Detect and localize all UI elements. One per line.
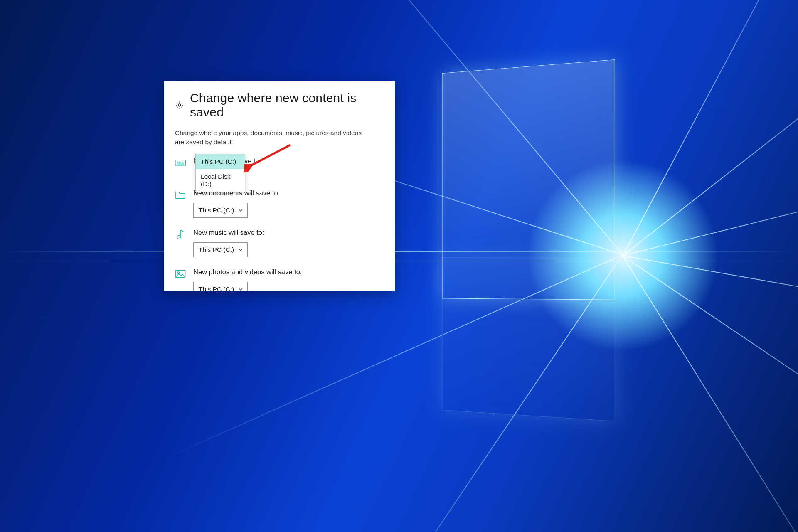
dropdown-value: This PC (C:) [199,207,234,214]
setting-photos: New photos and videos will save to: This… [175,268,384,291]
svg-rect-2 [177,162,178,163]
chevron-down-icon [238,247,243,252]
dropdown-value: This PC (C:) [199,286,234,291]
dropdown-option-this-pc-c[interactable]: This PC (C:) [196,154,245,169]
setting-photos-label: New photos and videos will save to: [193,268,384,276]
page-title: Change where new content is saved [190,91,384,119]
svg-rect-5 [177,164,184,165]
setting-music-label: New music will save to: [193,229,384,236]
svg-rect-1 [175,160,185,166]
dropdown-value: This PC (C:) [199,246,234,254]
page-description: Change where your apps, documents, music… [175,128,370,147]
apps-save-location-dropdown-list[interactable]: This PC (C:) Local Disk (D:) [195,154,245,192]
svg-point-0 [178,104,181,106]
apps-icon [175,158,186,168]
dropdown-option-local-disk-d[interactable]: Local Disk (D:) [196,169,245,192]
chevron-down-icon [238,287,243,291]
music-save-location-dropdown[interactable]: This PC (C:) [193,242,248,257]
svg-rect-3 [179,162,181,163]
music-icon [175,229,186,240]
svg-point-6 [177,236,180,239]
photos-save-location-dropdown[interactable]: This PC (C:) [193,282,248,291]
documents-icon [175,190,186,200]
setting-music: New music will save to: This PC (C:) [175,229,384,257]
chevron-down-icon [238,208,243,213]
svg-point-8 [177,272,179,273]
gear-icon [175,101,184,110]
titlebar: Change where new content is saved [175,91,384,119]
documents-save-location-dropdown[interactable]: This PC (C:) [193,203,248,218]
setting-documents: New documents will save to: This PC (C:) [175,189,384,218]
photos-icon [175,268,186,279]
desktop-wallpaper [0,0,798,532]
svg-rect-4 [181,162,183,163]
svg-rect-7 [175,270,185,278]
